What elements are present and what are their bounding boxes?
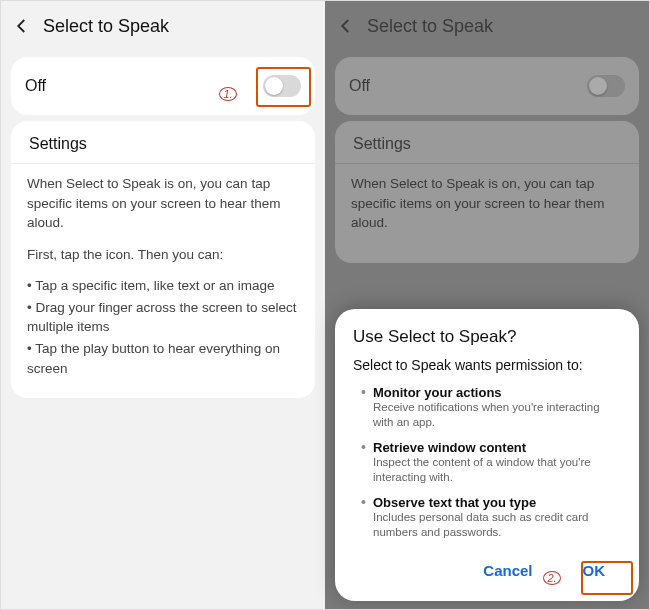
permission-desc: Inspect the content of a window that you… — [373, 455, 621, 485]
description-text: When Select to Speak is on, you can tap … — [11, 164, 315, 398]
desc-bullet: • Drag your finger across the screen to … — [27, 298, 299, 337]
bullet-icon: • — [361, 495, 373, 540]
ok-button[interactable]: OK — [573, 556, 616, 585]
settings-card-dim: Settings When Select to Speak is on, you… — [335, 121, 639, 263]
desc-paragraph: First, tap the icon. Then you can: — [27, 245, 299, 265]
annotation-1: 1. — [219, 87, 237, 101]
dialog-actions: Cancel OK — [353, 550, 621, 591]
desc-bullet: • Tap a specific item, like text or an i… — [27, 276, 299, 296]
header: Select to Speak — [1, 1, 325, 51]
permission-desc: Receive notifications when you're intera… — [373, 400, 621, 430]
description-text: When Select to Speak is on, you can tap … — [335, 164, 639, 263]
permission-title: Monitor your actions — [373, 385, 621, 400]
cancel-button[interactable]: Cancel — [473, 556, 542, 585]
feature-toggle[interactable] — [263, 75, 301, 97]
dialog-title: Use Select to Speak? — [353, 327, 621, 347]
desc-paragraph: When Select to Speak is on, you can tap … — [351, 174, 623, 233]
header: Select to Speak — [325, 1, 649, 51]
dialog-subtitle: Select to Speak wants permission to: — [353, 357, 621, 373]
permission-dialog: Use Select to Speak? Select to Speak wan… — [335, 309, 639, 601]
permission-title: Retrieve window content — [373, 440, 621, 455]
right-pane: Select to Speak Off Settings When Select… — [325, 1, 649, 609]
bullet-icon: • — [361, 440, 373, 485]
permission-item: • Monitor your actions Receive notificat… — [361, 385, 621, 430]
toggle-label: Off — [349, 77, 370, 95]
permission-item: • Retrieve window content Inspect the co… — [361, 440, 621, 485]
bullet-icon: • — [361, 385, 373, 430]
annotation-2: 2. — [543, 571, 561, 585]
permission-desc: Includes personal data such as credit ca… — [373, 510, 621, 540]
settings-heading: Settings — [335, 121, 639, 164]
permission-list: • Monitor your actions Receive notificat… — [353, 385, 621, 540]
desc-bullet: • Tap the play button to hear everything… — [27, 339, 299, 378]
permission-item: • Observe text that you type Includes pe… — [361, 495, 621, 540]
toggle-card-dim: Off — [335, 57, 639, 115]
desc-paragraph: When Select to Speak is on, you can tap … — [27, 174, 299, 233]
toggle-card: Off — [11, 57, 315, 115]
toggle-row: Off — [11, 57, 315, 115]
feature-toggle — [587, 75, 625, 97]
toggle-label: Off — [25, 77, 46, 95]
left-pane: Select to Speak Off Settings When Select… — [1, 1, 325, 609]
settings-heading[interactable]: Settings — [11, 121, 315, 164]
page-title: Select to Speak — [43, 16, 169, 37]
back-icon — [335, 15, 357, 37]
permission-title: Observe text that you type — [373, 495, 621, 510]
settings-card: Settings When Select to Speak is on, you… — [11, 121, 315, 398]
page-title: Select to Speak — [367, 16, 493, 37]
back-icon[interactable] — [11, 15, 33, 37]
